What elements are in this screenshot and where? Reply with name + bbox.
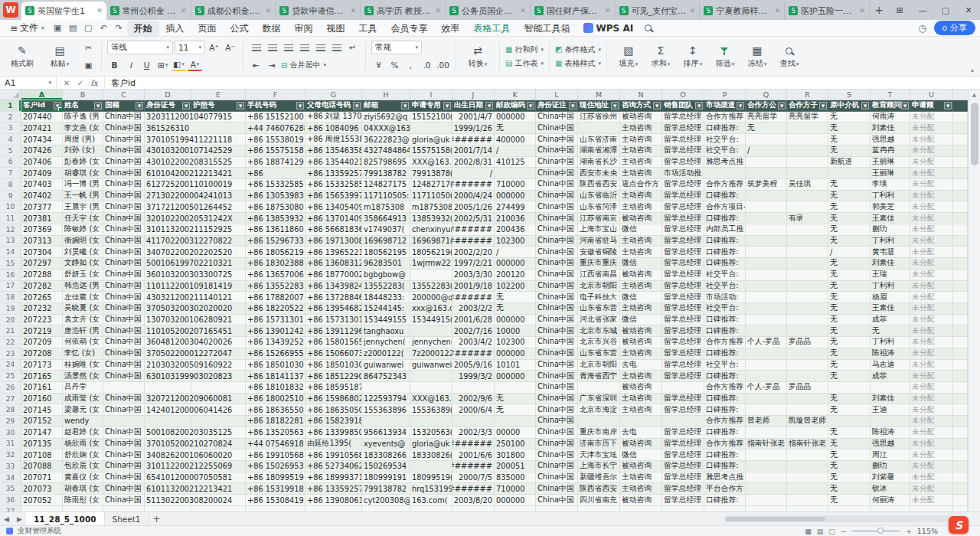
cell[interactable]: China中国 [103,472,145,484]
cell[interactable]: China中国 [536,247,578,258]
cell[interactable]: 200436 [495,224,536,236]
cell[interactable]: 刘素佳 [871,394,910,405]
cell[interactable]: 王晨宇 (男 [63,201,103,213]
cell[interactable]: 未分配 [910,483,953,495]
menu-item-0[interactable]: 开始 [127,21,159,36]
cell[interactable]: 主动咨询 [620,404,662,416]
cell[interactable]: 留学总经理 [662,348,704,360]
cell[interactable] [787,449,828,461]
cell[interactable]: 口碑推荐: [704,394,746,405]
cell[interactable]: 北京市东城 [578,325,620,337]
close-tab-icon[interactable]: ✕ [775,7,781,15]
cell[interactable]: 207073 [21,483,63,495]
cell[interactable]: 未分配 [910,157,953,168]
cell[interactable]: 未分配 [910,247,953,258]
cell[interactable] [410,382,452,394]
cell[interactable]: 合作方项目- [704,201,746,213]
cell[interactable]: 蓝冉冉 [871,145,910,157]
cell[interactable]: / [495,145,536,157]
cell[interactable]: 2003/3/30 [452,270,495,281]
cell[interactable]: 罗晶晶 [787,382,828,394]
cell[interactable]: 无 [828,281,871,293]
cell[interactable]: 文静如 (女 [63,258,103,270]
cell[interactable]: +86 18302388 [246,258,305,270]
cell[interactable]: 刘孙 (女) [63,145,103,157]
cell[interactable]: 合作方推荐 [704,416,746,427]
cell[interactable]: China中国 [103,168,145,179]
close-tab-icon[interactable]: ✕ [96,7,103,15]
cell[interactable]: 被动咨询 [620,325,662,337]
cell[interactable]: 指南针张老 [746,439,787,450]
cell[interactable]: 无 [828,112,871,123]
cell[interactable]: 留学总经理 [662,472,704,484]
row-header-15[interactable]: 15 [0,258,21,270]
file-tab[interactable]: S国任财产保险样本...✕ [531,2,616,20]
workspace-layout-icon[interactable]: ⊞ [888,0,911,20]
cell[interactable]: 留学总经理 [662,191,704,202]
cell[interactable]: 110105200207165451 [145,325,191,337]
cell[interactable]: 主动咨询 [620,168,662,179]
cell[interactable]: 13853932( [410,213,452,224]
cell[interactable]: 主动咨询 [620,371,662,382]
cell[interactable] [787,247,828,258]
cell[interactable]: 未分配 [910,292,953,303]
row-header-34[interactable]: 34 [0,472,21,484]
cell[interactable] [145,382,191,394]
cell[interactable]: 未分配 [910,303,953,315]
cell[interactable]: 207421 [21,123,63,134]
cell[interactable]: +86 [246,168,305,179]
cell[interactable]: 李忆 (女) [63,348,103,360]
rows-and-columns-button[interactable]: ▦ 行和列▾ [505,44,544,55]
filter-dropdown-icon[interactable]: ▼ [136,102,143,109]
header-cell-1[interactable]: 姓名▼ [63,100,103,112]
cell[interactable]: China中国 [103,371,145,382]
cell[interactable]: 刘紫馨 [871,472,910,484]
row-header-3[interactable]: 3 [0,123,21,134]
cell[interactable]: 留学总经理 [662,112,704,123]
cell[interactable]: 400000 [495,134,536,145]
cell[interactable]: +86 1991056830: [305,449,362,461]
zoom-out-icon[interactable]: − [841,528,847,535]
cell[interactable]: China中国 [536,394,578,405]
cell[interactable]: 主动咨询 [620,247,662,258]
cell[interactable]: 无 [828,145,871,157]
close-tab-icon[interactable]: ✕ [266,7,272,15]
cell[interactable]: 留学总经理 [662,404,704,416]
cell[interactable]: +44 7460762888 [246,123,305,134]
cell[interactable] [787,461,828,472]
cell-grid[interactable]: 1客户id▼姓名▼国籍▼身份证号▼护照号▼手机号码▼父母电话号码▼邮箱▼申请专用… [0,100,980,511]
cell[interactable] [871,416,910,427]
cell[interactable]: +86 1084096 [305,123,362,134]
cell[interactable]: 207409 [21,168,63,179]
sheet-next-icon[interactable]: ▶ [13,512,26,525]
cell[interactable] [191,416,246,427]
cell[interactable] [746,157,787,168]
file-tab[interactable]: S公务员国企事业单...✕ [446,2,531,20]
cell[interactable] [662,416,704,427]
copy-icon[interactable]: ▣ [81,58,96,72]
cell[interactable]: 430102200208315525 [145,157,191,168]
cell[interactable]: 李瑛 [871,179,910,191]
cell[interactable]: 2002/8/31 [452,157,495,168]
cell[interactable]: +86 1580156591: [305,337,362,348]
header-cell-11[interactable]: 身份证注▼ [536,100,578,112]
cell[interactable]: 丁利利 [871,191,910,202]
cell[interactable]: +86 13901242 [246,325,305,337]
cell[interactable]: 无 [828,439,871,450]
cell[interactable]: 207381 [21,213,63,224]
cell[interactable]: China中国 [536,483,578,495]
cell[interactable]: 未分配 [910,270,953,281]
cell[interactable]: 207135 [21,439,63,450]
cell[interactable] [620,506,662,511]
cell[interactable]: 340702200202202520 [145,247,191,258]
cell[interactable]: 梁馨元 (女 [63,404,103,416]
row-header-26[interactable]: 26 [0,382,21,394]
cell[interactable]: 被动咨询 [620,382,662,394]
cell[interactable]: +86 1340540988: [305,201,362,213]
cell[interactable]: 未分配 [910,201,953,213]
cell[interactable]: China中国 [103,303,145,315]
number-button-1[interactable]: % [387,58,402,72]
cell[interactable]: China中国 [103,495,145,506]
cell[interactable] [246,506,305,511]
cell[interactable]: 成菲 [871,315,910,326]
